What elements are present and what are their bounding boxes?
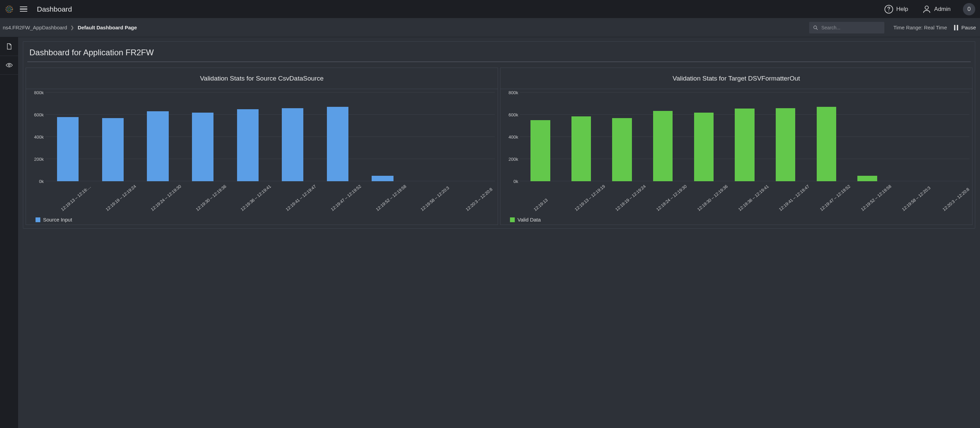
bar-slot [315,92,360,181]
search-input[interactable] [821,25,881,30]
svg-point-2 [8,8,11,10]
plot-area [45,92,495,181]
help-label: Help [896,6,908,13]
chart-legend: Valid Data [503,216,969,224]
chart-plot: 0k200k400k600k800k [503,92,969,181]
bar-slot [180,92,226,181]
y-tick-label: 0k [514,179,518,184]
y-tick-label: 600k [509,112,518,117]
x-tick-label: 12:19:52 – 12:19:58 [375,184,407,212]
y-tick-label: 800k [34,90,44,95]
bar-slot [91,92,135,181]
sidebar-item-view[interactable] [0,56,18,75]
pause-button[interactable]: Pause [954,25,976,30]
notification-badge[interactable]: 0 [963,3,975,15]
y-tick-label: 200k [34,157,44,162]
x-tick: 12:19:47 – 12:19:52 [315,181,360,216]
bar-slot [561,92,602,181]
menu-icon[interactable] [20,6,27,12]
bar[interactable] [372,176,393,181]
x-tick-label: 12:19:19 – 12:19:24 [105,184,137,212]
search-icon [813,24,818,32]
x-tick-label: 12:19:13 [533,198,549,212]
bar[interactable] [327,107,348,181]
bar[interactable] [653,111,673,181]
bar[interactable] [612,118,632,181]
bar-slot [45,92,91,181]
chart-legend: Source Input [29,216,495,224]
bar[interactable] [282,108,303,182]
x-tick: 12:19:52 – 12:19:58 [360,181,405,216]
x-tick: 12:19:13 – 12:19:19 [560,181,601,216]
app-logo [5,5,14,14]
breadcrumb-root[interactable]: ns4.FR2FW_AppDashboard [3,25,67,30]
bar-slot [135,92,180,181]
bar-slot [225,92,270,181]
legend-swatch [510,217,515,222]
bar-slot [847,92,888,181]
bar[interactable] [147,111,169,181]
bar-slot [405,92,450,181]
charts-row: Validation Stats for Source CsvDataSourc… [25,68,973,225]
bar-slot [270,92,315,181]
bar-slot [360,92,405,181]
subheader: ns4.FR2FW_AppDashboard ❯ Default Dashboa… [0,18,980,37]
pause-icon [954,25,958,30]
eye-icon [5,62,13,69]
x-tick-label: 12:20:3 – 12:20:8 [942,187,970,212]
bar[interactable] [57,117,79,182]
bar-slot [601,92,643,181]
x-axis: 12:19:1312:19:13 – 12:19:1912:19:19 – 12… [520,181,969,216]
bar[interactable] [776,108,795,182]
legend-swatch [35,217,40,222]
sidebar-item-page[interactable] [0,37,18,56]
search-box[interactable] [809,22,885,33]
user-icon [922,5,932,14]
y-tick-label: 400k [34,135,44,139]
x-tick: 12:19:58 – 12:20:3 [405,181,450,216]
chart-title: Validation Stats for Source CsvDataSourc… [26,68,498,89]
chart-body: 0k200k400k600k800k12:19:13 – 12:19:…12:1… [26,89,498,225]
bar[interactable] [237,109,259,181]
bar[interactable] [571,116,591,181]
chart-title: Validation Stats for Target DSVFormatter… [500,68,972,89]
y-axis: 0k200k400k600k800k [503,92,520,181]
help-icon [884,5,894,14]
badge-count: 0 [967,6,970,13]
plot-area [520,92,969,181]
x-tick: 12:19:41 – 12:19:47 [765,181,806,216]
svg-rect-8 [954,25,955,30]
x-tick: 12:19:24 – 12:19:30 [135,181,180,216]
bar-slot [765,92,806,181]
logo-icon [5,5,14,14]
bar[interactable] [192,113,213,182]
help-button[interactable]: Help [884,5,908,14]
svg-rect-9 [957,25,958,30]
topbar: Dashboard Help Admin 0 [0,0,980,18]
bar[interactable] [102,118,124,181]
bar-slot [724,92,765,181]
x-tick-label: 12:19:58 – 12:20:3 [420,185,450,212]
x-tick-label: 12:19:13 – 12:19:… [60,184,92,212]
y-axis: 0k200k400k600k800k [29,92,45,181]
bar-slot [450,92,495,181]
admin-button[interactable]: Admin [922,5,951,14]
bar-slot [684,92,724,181]
breadcrumb: ns4.FR2FW_AppDashboard ❯ Default Dashboa… [3,25,137,30]
bar[interactable] [735,109,754,181]
bar[interactable] [694,113,714,182]
x-tick: 12:19:30 – 12:19:36 [683,181,724,216]
svg-point-1 [7,7,12,11]
chart-card: Validation Stats for Source CsvDataSourc… [25,68,498,225]
bar-slot [928,92,969,181]
time-range-label[interactable]: Time Range: Real Time [893,25,947,30]
page-icon [5,43,13,50]
bar[interactable] [858,176,877,181]
bar[interactable] [530,120,550,181]
svg-line-7 [816,29,818,30]
x-tick: 12:19:24 – 12:19:30 [642,181,683,216]
bar[interactable] [817,107,836,181]
y-tick-label: 800k [509,90,518,95]
x-tick: 12:19:58 – 12:20:3 [888,181,929,216]
chart-plot: 0k200k400k600k800k [29,92,495,181]
